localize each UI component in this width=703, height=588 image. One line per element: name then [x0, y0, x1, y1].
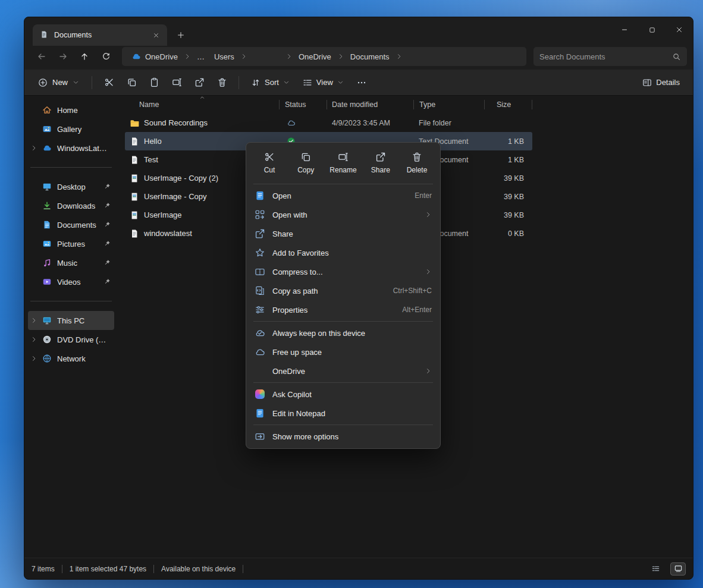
menu-item-compress-to[interactable]: Compress to...	[249, 262, 438, 281]
refresh-button[interactable]	[96, 48, 116, 65]
breadcrumb-overflow-button[interactable]: …	[193, 51, 208, 63]
videos-icon	[42, 277, 52, 287]
column-header-name[interactable]: Name	[125, 96, 280, 114]
chevron-right-icon[interactable]	[30, 144, 37, 152]
sidebar-item-label: Pictures	[57, 240, 98, 249]
music-icon	[42, 258, 52, 268]
share-button[interactable]	[189, 73, 210, 92]
cut-button[interactable]	[98, 73, 120, 92]
sidebar-item-network[interactable]: Network	[28, 349, 114, 368]
search-box[interactable]	[533, 47, 687, 66]
context-rename-button[interactable]: Rename	[328, 149, 357, 177]
pin-icon	[103, 278, 111, 285]
rename-button[interactable]	[166, 73, 187, 92]
column-header-date-modified[interactable]: Date modified	[327, 96, 414, 114]
sidebar-item-label: Desktop	[57, 183, 98, 191]
maximize-button[interactable]	[638, 17, 666, 42]
sidebar-item-pictures[interactable]: Pictures	[28, 234, 114, 253]
context-copy-button[interactable]: Copy	[292, 149, 319, 177]
search-icon[interactable]	[672, 52, 681, 61]
pictures-icon	[42, 239, 52, 249]
breadcrumb-item-users[interactable]: Users	[211, 51, 238, 63]
column-header-size[interactable]: Size	[485, 96, 532, 114]
menu-item-share[interactable]: Share	[249, 224, 438, 243]
menu-separator	[253, 184, 433, 184]
menu-item-show-more-options[interactable]: Show more options	[249, 427, 438, 446]
sidebar-item-documents[interactable]: Documents	[28, 215, 114, 234]
up-button[interactable]	[74, 48, 95, 65]
minimize-button[interactable]	[611, 17, 638, 42]
sidebar-item-music[interactable]: Music	[28, 253, 114, 272]
chevron-right-icon[interactable]	[30, 317, 37, 324]
tab-close-icon[interactable]	[149, 29, 162, 42]
onedrive-cloud-icon	[131, 52, 141, 61]
new-button[interactable]: New	[32, 74, 86, 92]
menu-item-open[interactable]: Open Enter	[249, 186, 438, 205]
file-row-sound-recordings[interactable]: Sound Recordings 4/9/2023 3:45 AM File f…	[125, 114, 532, 132]
sidebar-item-label: This PC	[57, 316, 111, 325]
chevron-down-icon	[337, 79, 344, 86]
forward-button[interactable]	[53, 48, 73, 65]
tab-documents[interactable]: Documents	[33, 24, 167, 46]
toolbar-divider	[238, 76, 239, 89]
sidebar-item-home[interactable]: Home	[28, 100, 114, 120]
sidebar-item-videos[interactable]: Videos	[28, 272, 114, 291]
file-size: 39 KB	[485, 174, 532, 183]
selection-info: 1 item selected 47 bytes	[70, 565, 146, 573]
context-delete-button[interactable]: Delete	[403, 149, 431, 177]
submenu-chevron-icon	[425, 211, 432, 218]
menu-item-properties[interactable]: Properties Alt+Enter	[249, 300, 438, 319]
sidebar-item-onedrive[interactable]: WindowsLatest - Pe...	[28, 139, 114, 158]
details-pane-button[interactable]: Details	[636, 74, 686, 92]
sidebar-item-this-pc[interactable]: This PC	[28, 311, 114, 330]
menu-item-onedrive[interactable]: OneDrive	[249, 361, 438, 381]
quick-action-label: Rename	[329, 166, 356, 174]
copy-button[interactable]	[121, 73, 142, 92]
chevron-right-icon[interactable]	[30, 336, 37, 343]
file-size: 0 KB	[485, 229, 532, 238]
menu-item-add-to-favorites[interactable]: Add to Favorites	[249, 243, 438, 262]
chevron-right-icon[interactable]	[30, 355, 37, 362]
menu-item-always-keep-on-device[interactable]: Always keep on this device	[249, 323, 438, 342]
onedrive-cloud-icon	[42, 143, 52, 153]
sidebar-item-desktop[interactable]: Desktop	[28, 177, 114, 196]
submenu-chevron-icon	[425, 268, 432, 275]
file-size: 39 KB	[485, 193, 532, 201]
menu-item-edit-in-notepad[interactable]: Edit in Notepad	[249, 404, 438, 423]
back-button[interactable]	[32, 48, 52, 65]
menu-item-ask-copilot[interactable]: Ask Copilot	[249, 385, 438, 404]
menu-item-free-up-space[interactable]: Free up space	[249, 342, 438, 361]
close-button[interactable]	[666, 17, 693, 42]
new-button-label: New	[52, 78, 68, 87]
new-tab-button[interactable]	[171, 25, 191, 45]
delete-button[interactable]	[211, 73, 233, 92]
sidebar-item-label: Music	[57, 259, 98, 268]
search-input[interactable]	[539, 52, 667, 61]
view-button[interactable]: View	[297, 74, 350, 92]
column-header-type[interactable]: Type	[414, 96, 485, 114]
sidebar-item-label: Gallery	[57, 125, 111, 134]
chevron-right-icon	[184, 53, 191, 60]
sort-button[interactable]: Sort	[245, 74, 296, 92]
sidebar-item-gallery[interactable]: Gallery	[28, 120, 114, 139]
paste-button[interactable]	[143, 73, 165, 92]
breadcrumb-item-documents[interactable]: Documents	[347, 51, 393, 63]
context-cut-button[interactable]: Cut	[256, 149, 283, 177]
details-view-button[interactable]	[648, 562, 663, 576]
file-name: windowslatest	[144, 229, 192, 238]
large-icons-view-button[interactable]	[670, 562, 686, 576]
column-header-status[interactable]: Status	[280, 96, 327, 114]
sidebar-item-dvd-drive[interactable]: DVD Drive (D:) CCC	[28, 330, 114, 349]
cut-icon	[264, 152, 275, 162]
quick-action-label: Share	[371, 166, 390, 174]
breadcrumb-item-onedrive[interactable]: OneDrive	[128, 50, 181, 63]
breadcrumb-item-onedrive-2[interactable]: OneDrive	[295, 51, 335, 63]
document-icon	[40, 30, 49, 40]
sidebar-item-downloads[interactable]: Downloads	[28, 196, 114, 215]
context-share-button[interactable]: Share	[367, 149, 394, 177]
details-pane-label: Details	[656, 78, 680, 87]
more-options-button[interactable]	[351, 73, 372, 92]
menu-item-open-with[interactable]: Open with	[249, 205, 438, 224]
view-icon	[303, 78, 312, 87]
menu-item-copy-as-path[interactable]: Copy as path Ctrl+Shift+C	[249, 281, 438, 300]
